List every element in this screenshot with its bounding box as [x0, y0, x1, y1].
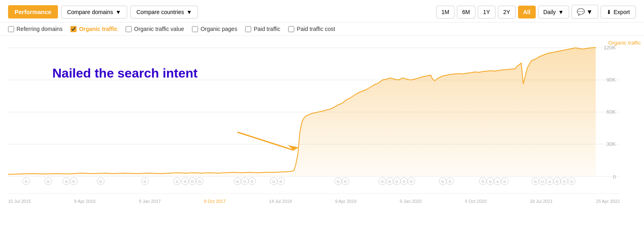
- comment-arrow: ▼: [586, 8, 593, 16]
- x-label-7: 9 Oct 2020: [465, 199, 487, 204]
- svg-text:G: G: [563, 180, 566, 184]
- svg-text:G: G: [175, 180, 178, 184]
- svg-text:G: G: [72, 180, 75, 184]
- period-1y[interactable]: 1Y: [478, 6, 495, 18]
- organic-pages-label: Organic pages: [200, 26, 237, 32]
- export-button[interactable]: ⬇ Export: [601, 6, 636, 18]
- svg-text:G: G: [410, 180, 413, 184]
- x-label-4: 14 Jul 2018: [269, 199, 292, 204]
- compare-countries-label: Compare countries: [136, 9, 184, 15]
- performance-button[interactable]: Performance: [8, 5, 58, 18]
- x-label-0: 15 Jul 2015: [8, 199, 31, 204]
- svg-line-78: [237, 132, 294, 150]
- filter-paid-traffic[interactable]: Paid traffic: [245, 26, 280, 32]
- filter-organic-traffic-value[interactable]: Organic traffic value: [126, 26, 184, 32]
- x-label-8: 18 Jul 2021: [530, 199, 553, 204]
- organic-traffic-value-label: Organic traffic value: [134, 26, 184, 32]
- svg-text:G: G: [555, 180, 558, 184]
- x-label-9: 25 Apr 2022: [596, 199, 620, 204]
- daily-arrow: ▼: [558, 9, 564, 15]
- annotation-text: Nailed the search intent: [52, 66, 198, 81]
- svg-text:G: G: [236, 180, 239, 184]
- compare-countries-button[interactable]: Compare countries ▼: [130, 6, 198, 18]
- svg-text:G: G: [250, 180, 253, 184]
- svg-text:G: G: [570, 180, 573, 184]
- x-label-3: 9 Oct 2017: [204, 199, 226, 204]
- svg-text:G: G: [344, 180, 347, 184]
- svg-text:G: G: [243, 180, 246, 184]
- svg-text:G: G: [489, 180, 491, 184]
- svg-text:G: G: [388, 180, 391, 184]
- referring-domains-checkbox[interactable]: [8, 26, 14, 32]
- x-label-1: 9 Apr 2016: [74, 199, 95, 204]
- filter-organic-traffic[interactable]: Organic traffic: [70, 26, 118, 32]
- svg-text:G: G: [534, 180, 537, 184]
- paid-traffic-cost-label: Paid traffic cost: [297, 26, 335, 32]
- svg-text:G: G: [381, 180, 384, 184]
- organic-traffic-checkbox[interactable]: [70, 26, 76, 32]
- svg-text:G: G: [99, 180, 102, 184]
- organic-traffic-label: Organic traffic: [79, 26, 118, 32]
- referring-domains-label: Referring domains: [17, 26, 62, 32]
- export-label: Export: [614, 9, 630, 15]
- svg-text:G: G: [541, 180, 544, 184]
- svg-text:G: G: [198, 180, 201, 184]
- period-1m[interactable]: 1M: [436, 6, 454, 18]
- compare-countries-arrow: ▼: [186, 9, 192, 15]
- organic-traffic-value-checkbox[interactable]: [126, 26, 132, 32]
- chart-svg: 120K 90K 60K 30K 0 G G G G G G G: [8, 36, 620, 192]
- x-label-5: 9 Apr 2019: [335, 199, 356, 204]
- svg-text:30K: 30K: [607, 141, 616, 147]
- period-6m[interactable]: 6M: [457, 6, 475, 18]
- filter-organic-pages[interactable]: Organic pages: [192, 26, 237, 32]
- paid-traffic-label: Paid traffic: [254, 26, 280, 32]
- svg-text:G: G: [65, 180, 68, 184]
- svg-text:G: G: [481, 180, 484, 184]
- svg-text:G: G: [25, 180, 27, 184]
- paid-traffic-cost-checkbox[interactable]: [288, 26, 294, 32]
- svg-text:G: G: [448, 180, 451, 184]
- top-left-controls: Performance Compare domains ▼ Compare co…: [8, 5, 198, 18]
- paid-traffic-checkbox[interactable]: [245, 26, 251, 32]
- svg-text:G: G: [191, 180, 194, 184]
- filter-referring-domains[interactable]: Referring domains: [8, 26, 62, 32]
- svg-text:90K: 90K: [607, 77, 616, 83]
- comment-icon: 💬: [577, 8, 585, 16]
- filter-bar: Referring domains Organic traffic Organi…: [0, 22, 644, 36]
- daily-label: Daily: [543, 9, 556, 15]
- top-bar: Performance Compare domains ▼ Compare co…: [0, 0, 644, 22]
- svg-text:G: G: [336, 180, 339, 184]
- svg-text:G: G: [143, 180, 146, 184]
- filter-paid-traffic-cost[interactable]: Paid traffic cost: [288, 26, 335, 32]
- daily-button[interactable]: Daily ▼: [538, 6, 569, 18]
- svg-text:a: a: [549, 180, 551, 184]
- svg-text:G: G: [395, 180, 398, 184]
- svg-text:0: 0: [613, 174, 616, 180]
- period-all[interactable]: All: [518, 6, 536, 18]
- svg-text:120K: 120K: [604, 45, 616, 51]
- compare-domains-label: Compare domains: [67, 9, 113, 15]
- export-icon: ⬇: [607, 9, 611, 15]
- svg-text:G: G: [441, 180, 444, 184]
- organic-pages-checkbox[interactable]: [192, 26, 198, 32]
- svg-text:G: G: [279, 180, 282, 184]
- svg-text:G: G: [503, 180, 506, 184]
- svg-text:G: G: [272, 180, 275, 184]
- period-2y[interactable]: 2Y: [498, 6, 516, 18]
- compare-domains-arrow: ▼: [116, 9, 121, 15]
- svg-text:G: G: [184, 180, 186, 184]
- google-update-icons: G G G G G G G G G G G G G: [23, 178, 575, 185]
- x-label-6: 9 Jan 2020: [400, 199, 421, 204]
- top-right-controls: 1M 6M 1Y 2Y All Daily ▼ 💬 ▼ ⬇ Export: [436, 5, 636, 19]
- svg-text:G: G: [402, 180, 405, 184]
- chart-area: Organic traffic 120K 90K 60K 30K 0 G: [0, 36, 644, 208]
- annotation-arrow: [237, 132, 299, 150]
- x-label-2: 9 Jan 2017: [139, 199, 161, 204]
- comment-button[interactable]: 💬 ▼: [572, 5, 598, 19]
- svg-text:60K: 60K: [607, 109, 616, 115]
- compare-domains-button[interactable]: Compare domains ▼: [61, 6, 127, 18]
- svg-text:G: G: [47, 180, 50, 184]
- svg-text:a: a: [496, 180, 498, 184]
